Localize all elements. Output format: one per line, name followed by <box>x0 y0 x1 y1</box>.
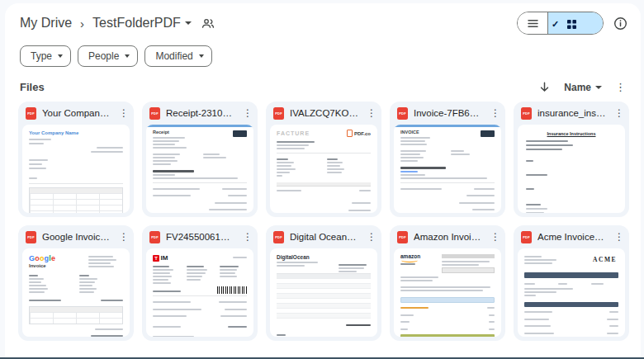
doc-detail: e <box>51 254 55 262</box>
grid-view-button[interactable]: ✓ <box>548 12 603 34</box>
file-more-options-icon[interactable]: ⋮ <box>116 108 131 118</box>
file-thumbnail: Receipt <box>146 125 253 213</box>
doc-detail <box>153 167 247 168</box>
doc-detail <box>526 192 617 201</box>
file-thumbnail: Google Invoice <box>22 248 130 337</box>
pdf-file-icon: PDF <box>26 107 36 120</box>
doc-detail <box>30 194 122 200</box>
doc-detail <box>400 171 418 172</box>
file-more-options-icon[interactable]: ⋮ <box>612 232 627 242</box>
doc-detail <box>30 319 122 324</box>
doc-detail <box>88 254 123 269</box>
doc-detail <box>526 164 617 172</box>
file-card[interactable]: PDF Acme Invoice.pdf ⋮ ACME <box>514 225 629 341</box>
doc-detail <box>277 141 315 143</box>
sort-direction-button[interactable] <box>538 81 551 93</box>
file-name: Digital Ocean In... <box>290 232 358 242</box>
doc-detail <box>526 144 573 146</box>
doc-detail <box>524 325 551 327</box>
doc-detail <box>277 182 371 187</box>
doc-detail <box>400 276 438 278</box>
doc-detail <box>277 178 371 181</box>
doc-detail <box>91 335 123 337</box>
doc-detail <box>526 208 547 210</box>
file-more-options-icon[interactable]: ⋮ <box>116 232 131 242</box>
file-card-header: PDF Receipt-2310-0... ⋮ <box>142 102 258 125</box>
doc-detail <box>153 336 194 338</box>
doc-detail <box>203 152 247 167</box>
filter-chip-label: Type <box>31 50 52 62</box>
file-card[interactable]: PDF Your Company I... ⋮ Your Company Nam… <box>18 102 134 217</box>
info-icon[interactable] <box>613 17 627 31</box>
doc-detail <box>277 262 318 263</box>
sort-by-dropdown[interactable]: Name <box>564 82 602 93</box>
doc-detail <box>153 315 187 317</box>
file-more-options-icon[interactable]: ⋮ <box>364 108 379 118</box>
doc-detail: TIM <box>146 248 253 337</box>
doc-detail <box>222 188 247 190</box>
doc-detail <box>352 202 371 204</box>
doc-detail <box>153 264 247 286</box>
layout-toggle: ✓ <box>517 12 604 35</box>
file-card[interactable]: PDF Invoice-7FB66C... ⋮ INVOICE <box>390 102 505 217</box>
doc-detail <box>400 321 410 323</box>
pdf-icon-label: PDF <box>399 235 406 239</box>
files-section-title: Files <box>20 81 45 93</box>
doc-detail <box>524 266 618 270</box>
thumb-doc-logo <box>233 130 247 137</box>
doc-detail <box>30 313 122 319</box>
doc-detail <box>220 276 237 277</box>
chevron-down-icon <box>58 54 63 58</box>
doc-detail <box>29 306 123 324</box>
filter-chip-people[interactable]: People <box>78 45 138 67</box>
doc-detail <box>187 272 206 274</box>
doc-detail <box>607 319 618 320</box>
file-card[interactable]: PDF insurance_instru... ⋮ Insurance Inst… <box>514 102 629 217</box>
doc-detail <box>526 178 617 186</box>
doc-detail <box>153 264 180 286</box>
file-card[interactable]: PDF Amazon Invoice.... ⋮ amazon <box>390 225 505 341</box>
doc-detail <box>153 279 168 281</box>
file-more-options-icon[interactable]: ⋮ <box>364 232 379 242</box>
doc-detail: T <box>153 255 159 262</box>
file-more-options-icon[interactable]: ⋮ <box>240 232 255 242</box>
doc-detail <box>524 298 618 300</box>
file-more-options-icon[interactable]: ⋮ <box>488 108 503 118</box>
file-card[interactable]: PDF Google Invoice.... ⋮ Google Invoice <box>18 225 134 341</box>
doc-detail <box>327 162 343 163</box>
list-view-button[interactable] <box>518 12 548 34</box>
doc-detail <box>400 314 414 316</box>
doc-detail <box>153 195 191 196</box>
breadcrumb-my-drive[interactable]: My Drive <box>20 16 72 31</box>
file-card[interactable]: PDF Digital Ocean In... ⋮ DigitalOcean <box>266 225 381 341</box>
file-card[interactable]: PDF Receipt-2310-0... ⋮ Receipt <box>142 102 258 217</box>
manage-members-icon[interactable] <box>201 18 215 29</box>
filter-chip-type[interactable]: Type <box>20 45 71 67</box>
doc-detail <box>30 188 122 194</box>
filter-chip-modified[interactable]: Modified <box>144 45 211 67</box>
file-more-options-icon[interactable]: ⋮ <box>612 108 627 118</box>
pdf-icon-label: PDF <box>523 111 530 116</box>
thumb-doc-title: Your Company Name <box>29 130 123 136</box>
doc-detail: Your Company Name <box>22 125 130 213</box>
doc-detail <box>277 201 371 205</box>
doc-detail <box>153 207 247 212</box>
file-more-options-icon[interactable]: ⋮ <box>488 232 503 242</box>
more-options-icon[interactable]: ⋮ <box>615 82 626 92</box>
doc-detail <box>29 168 46 169</box>
doc-detail <box>591 281 618 286</box>
thumb-doc-logo: PDF.co <box>347 130 371 137</box>
doc-detail: ACME <box>518 248 625 337</box>
chevron-down-icon <box>199 54 204 58</box>
doc-detail <box>277 172 290 173</box>
breadcrumb-current-folder[interactable]: TestFolderPDF <box>92 16 192 31</box>
doc-detail <box>526 204 541 205</box>
doc-detail <box>88 266 114 267</box>
doc-detail <box>472 209 495 210</box>
file-more-options-icon[interactable]: ⋮ <box>240 108 255 118</box>
doc-detail <box>558 281 585 286</box>
file-card[interactable]: PDF IVALZCQ7KON5... ⋮ FACTURE PDF.co <box>266 102 381 217</box>
file-thumbnail: amazon <box>394 248 501 337</box>
doc-detail <box>524 302 618 307</box>
file-card[interactable]: PDF FV24550061808... ⋮ TIM <box>142 225 258 341</box>
